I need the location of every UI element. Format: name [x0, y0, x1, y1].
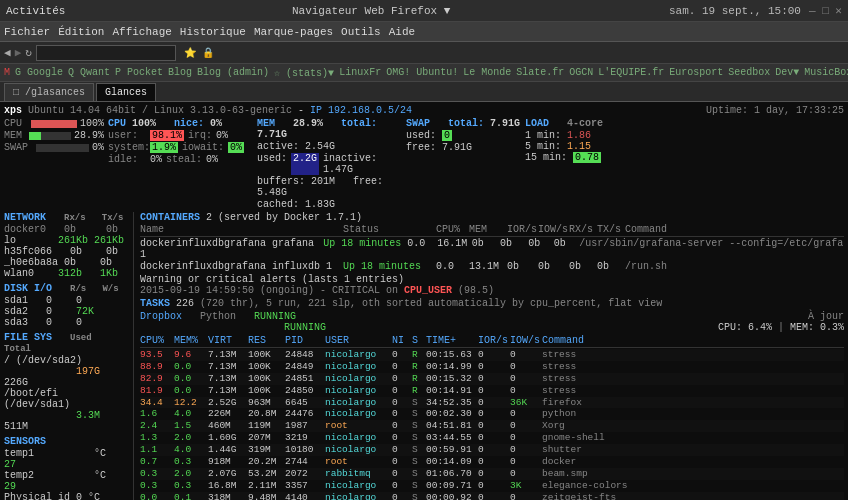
window-title: Navigateur Web Firefox ▼ — [73, 5, 669, 17]
network-section: NETWORK Rx/s Tx/s docker0 0b 0b lo 261Kb… — [4, 212, 129, 279]
url-bar[interactable]: 0.0.0.0:61208 — [36, 45, 176, 61]
filesystem-section: FILE SYS Used Total / (/dev/sda2) 197G 2… — [4, 332, 129, 432]
process-row: 0.32.02.07G53.2M2072rabbitmq0S01:06.7000… — [140, 468, 844, 480]
bookmark-stats[interactable]: ☆ (stats)▼ — [274, 67, 334, 79]
activities-button[interactable]: Activités — [6, 5, 65, 17]
bookmark-lequipe[interactable]: L'EQUIPE.fr — [598, 67, 664, 78]
bookmark-ogcn[interactable]: OGCN — [569, 67, 593, 78]
main-content: xps Ubuntu 14.04 64bit / Linux 3.13.0-63… — [0, 102, 848, 500]
process-header: CPU% MEM% VIRT RES PID USER NI S TIME+ I… — [140, 335, 844, 348]
process-row: 2.41.5460M119M1987root0S04:51.8100Xorg — [140, 420, 844, 432]
bookmark-musicbox[interactable]: MusicBox — [804, 67, 848, 78]
right-panel: CONTAINERS 2 (served by Docker 1.7.1) Na… — [140, 212, 844, 500]
bookmark-linuxfr[interactable]: LinuxFr — [339, 67, 381, 78]
left-panel: NETWORK Rx/s Tx/s docker0 0b 0b lo 261Kb… — [4, 212, 134, 500]
bookmark-seedbox[interactable]: Seedbox — [728, 67, 770, 78]
process-row: 93.59.67.13M100K24848nicolargo0R00:15.63… — [140, 349, 844, 361]
bookmark-pocket[interactable]: P Pocket — [115, 67, 163, 78]
system-header: xps Ubuntu 14.04 64bit / Linux 3.13.0-63… — [4, 105, 844, 116]
process-row: 1.32.01.60G207M3219nicolargo0S03:44.5500… — [140, 432, 844, 444]
containers-section: CONTAINERS 2 (served by Docker 1.7.1) Na… — [140, 212, 844, 272]
process-row: 1.64.0226M20.8M24476nicolargo0S00:02.300… — [140, 408, 844, 420]
left-bars: CPU 100% MEM 28.9% SWAP 0% — [4, 118, 104, 210]
disk-section: DISK I/O R/s W/s sda1 0 0 sda2 0 72K sda… — [4, 283, 129, 328]
bookmark-blog[interactable]: Blog — [168, 67, 192, 78]
process-row: 1.14.01.44G319M10180nicolargo0S00:59.910… — [140, 444, 844, 456]
bookmark-eurosport[interactable]: Eurosport — [669, 67, 723, 78]
swap-detail: SWAP total: 7.91G used: 0 free: 7.91G — [406, 118, 521, 210]
addressbar: ◀ ▶ ↻ 0.0.0.0:61208 ⭐ 🔒 — [0, 42, 848, 64]
bookmark-lemonde[interactable]: Le Monde — [463, 67, 511, 78]
bookmark-omg[interactable]: OMG! Ubuntu! — [386, 67, 458, 78]
bookmark-dev[interactable]: Dev▼ — [775, 67, 799, 78]
bookmark-qwant[interactable]: Q Qwant — [68, 67, 110, 78]
tasks-section: TASKS 226 (720 thr), 5 run, 221 slp, oth… — [140, 298, 844, 309]
alert-section: Warning or critical alerts (lasts 1 entr… — [140, 274, 844, 296]
body-layout: NETWORK Rx/s Tx/s docker0 0b 0b lo 261Kb… — [4, 212, 844, 500]
tab-glances-inactive[interactable]: □ /glasances — [4, 83, 94, 101]
bookmarks-bar: M G Google Q Qwant P Pocket Blog Blog (a… — [0, 64, 848, 82]
menu-marque-pages[interactable]: Marque-pages — [254, 26, 333, 38]
forward-button[interactable]: ▶ — [15, 46, 22, 59]
window-controls[interactable]: — □ ✕ — [809, 4, 842, 17]
process-row: 81.90.07.13M100K24850nicolargo0R00:14.91… — [140, 385, 844, 397]
menu-fichier[interactable]: Fichier — [4, 26, 50, 38]
clock: sam. 19 sept., 15:00 — [669, 5, 801, 17]
tabs: □ /glasances Glances — [0, 82, 848, 102]
menu-historique[interactable]: Historique — [180, 26, 246, 38]
menu-edition[interactable]: Édition — [58, 26, 104, 38]
process-row: 82.90.07.13M100K24851nicolargo0R00:15.32… — [140, 373, 844, 385]
cpu-detail: CPU 100% nice: 0% user: 98.1% irq: 0% sy… — [108, 118, 253, 210]
bookmark-google[interactable]: G Google — [15, 67, 63, 78]
metrics-row: CPU 100% MEM 28.9% SWAP 0% — [4, 118, 844, 210]
sensors-section: SENSORS temp1 °C 27 temp2 °C 29 Physical… — [4, 436, 129, 500]
process-row: 0.00.1318M9.48M4140nicolargo0S00:00.9200… — [140, 492, 844, 501]
titlebar: Activités Navigateur Web Firefox ▼ sam. … — [0, 0, 848, 22]
mem-detail: MEM 28.9% total: 7.71G active: 2.54G use… — [257, 118, 402, 210]
menubar: Fichier Édition Affichage Historique Mar… — [0, 22, 848, 42]
process-row: 34.412.22.52G963M6645nicolargo0S34:52.35… — [140, 397, 844, 409]
menu-aide[interactable]: Aide — [389, 26, 415, 38]
process-row: 0.70.3918M20.2M2744root0S00:14.0900docke… — [140, 456, 844, 468]
bookmark-blog-admin[interactable]: Blog (admin) — [197, 67, 269, 78]
menu-affichage[interactable]: Affichage — [112, 26, 171, 38]
load-detail: LOAD 4-core 1 min: 1.86 5 min: 1.15 15 m… — [525, 118, 605, 210]
bookmark-gmail[interactable]: M — [4, 67, 10, 78]
app-info-line: Dropbox Python RUNNING RUNNING À jour CP… — [140, 311, 844, 333]
process-row: 0.30.316.8M2.11M3357nicolargo0S00:09.710… — [140, 480, 844, 492]
tab-glances-active[interactable]: Glances — [96, 83, 156, 101]
reload-button[interactable]: ↻ — [25, 46, 32, 59]
back-button[interactable]: ◀ — [4, 46, 11, 59]
process-list: 93.59.67.13M100K24848nicolargo0R00:15.63… — [140, 349, 844, 500]
bookmark-slate[interactable]: Slate.fr — [516, 67, 564, 78]
menu-outils[interactable]: Outils — [341, 26, 381, 38]
process-row: 88.90.07.13M100K24849nicolargo0R00:14.99… — [140, 361, 844, 373]
